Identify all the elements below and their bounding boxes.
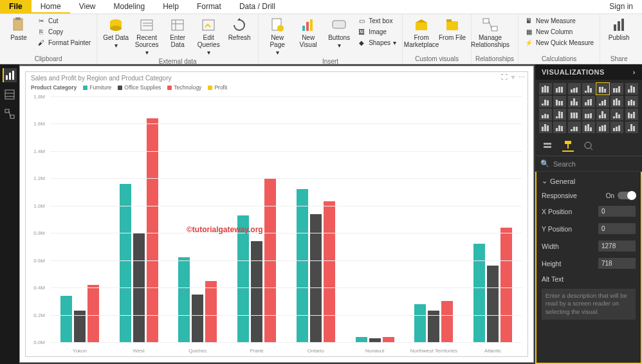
data-view-icon[interactable] [3, 87, 17, 102]
bar[interactable] [473, 244, 485, 342]
height-input[interactable] [598, 258, 636, 269]
svg-rect-98 [633, 112, 635, 118]
xpos-input[interactable] [598, 206, 636, 217]
ypos-input[interactable] [598, 223, 636, 234]
viz-type-cell[interactable] [625, 96, 638, 107]
model-view-icon[interactable] [3, 107, 17, 121]
data-drill-tab[interactable]: Data / Drill [230, 0, 284, 14]
bar[interactable] [441, 301, 453, 342]
bar[interactable] [356, 337, 367, 342]
bar[interactable] [205, 281, 217, 343]
image-button[interactable]: 🖼Image [355, 26, 398, 37]
textbox-button[interactable]: ▭Text box [355, 15, 398, 26]
responsive-toggle[interactable]: On [606, 192, 636, 199]
svg-rect-113 [604, 125, 606, 131]
shapes-button[interactable]: ◆Shapes ▾ [355, 37, 398, 48]
bar[interactable] [251, 241, 262, 342]
bar[interactable] [120, 184, 131, 342]
viz-type-cell[interactable] [539, 96, 552, 107]
new-visual-button[interactable]: New Visual [293, 15, 323, 50]
bar[interactable] [383, 337, 394, 342]
viz-type-cell[interactable] [568, 122, 581, 133]
bar[interactable] [487, 266, 499, 342]
bar[interactable] [178, 257, 190, 342]
y-tick: 1.6M [33, 121, 45, 127]
publish-button[interactable]: Publish [604, 15, 634, 42]
from-marketplace-button[interactable]: From Marketplace [407, 15, 436, 50]
bar[interactable] [147, 118, 158, 342]
panel-header[interactable]: VISUALIZATIONS › [535, 64, 642, 80]
report-canvas[interactable]: ⛶ ▿ ⋯ Sales and Profit by Region and Pro… [19, 66, 534, 363]
viz-type-cell[interactable] [610, 96, 623, 107]
new-column-button[interactable]: ▦New Column [522, 26, 596, 37]
bar[interactable] [192, 295, 203, 342]
edit-queries-button[interactable]: Edit Queries▾ [194, 15, 223, 57]
new-quick-measure-button[interactable]: ⚡New Quick Measure [522, 37, 596, 48]
home-tab[interactable]: Home [32, 0, 70, 14]
buttons-button[interactable]: Buttons▾ [324, 15, 354, 50]
alttext-input[interactable]: Enter a description that will be read by… [542, 289, 636, 320]
viz-type-cell[interactable] [625, 83, 638, 95]
view-tab[interactable]: View [70, 0, 105, 14]
sign-in-link[interactable]: Sign in [600, 0, 642, 14]
bar[interactable] [414, 304, 426, 342]
viz-type-cell[interactable] [568, 109, 581, 120]
more-icon[interactable]: ⋯ [518, 73, 525, 80]
viz-type-cell[interactable] [625, 122, 638, 133]
viz-type-cell[interactable] [582, 109, 595, 120]
viz-type-cell[interactable] [610, 109, 623, 120]
copy-button[interactable]: ⎘Copy [35, 26, 93, 37]
analytics-tab[interactable] [583, 140, 594, 152]
new-measure-button[interactable]: 🖩New Measure [522, 15, 596, 26]
search-row[interactable]: 🔍 Search [535, 156, 642, 172]
viz-type-cell[interactable] [568, 83, 581, 95]
viz-type-cell[interactable] [582, 122, 595, 133]
viz-type-cell[interactable] [582, 83, 595, 95]
cut-button[interactable]: ✂Cut [35, 15, 93, 26]
enter-data-button[interactable]: Enter Data [163, 15, 192, 50]
format-tab[interactable]: Format [188, 0, 230, 14]
viz-type-cell[interactable] [582, 96, 595, 107]
filter-icon[interactable]: ▿ [511, 73, 515, 80]
viz-type-cell[interactable] [596, 83, 609, 95]
viz-type-cell[interactable] [596, 122, 609, 133]
viz-type-cell[interactable] [553, 83, 566, 95]
chart-visual[interactable]: ⛶ ▿ ⋯ Sales and Profit by Region and Pro… [25, 71, 528, 357]
paste-button[interactable]: Paste [4, 15, 33, 42]
new-page-button[interactable]: New Page▾ [262, 15, 292, 57]
bar[interactable] [324, 201, 335, 342]
refresh-button[interactable]: Refresh [225, 15, 254, 42]
help-tab[interactable]: Help [154, 0, 188, 14]
file-tab[interactable]: File [0, 0, 32, 14]
general-section-head[interactable]: ⌄General [537, 174, 641, 188]
fields-tab[interactable] [542, 140, 553, 152]
viz-type-cell[interactable] [625, 109, 638, 120]
viz-type-cell[interactable] [596, 96, 609, 107]
format-tab-roller[interactable] [562, 140, 574, 152]
viz-type-cell[interactable] [539, 122, 552, 133]
from-file-button[interactable]: From File [437, 15, 467, 42]
viz-type-cell[interactable] [553, 122, 566, 133]
viz-type-cell[interactable] [539, 83, 552, 95]
format-painter-button[interactable]: 🖌Format Painter [35, 37, 93, 48]
manage-relationships-button[interactable]: Manage Relationships [475, 15, 505, 50]
get-data-button[interactable]: Get Data▾ [101, 15, 131, 50]
bar[interactable] [87, 285, 99, 342]
bar[interactable] [237, 215, 249, 342]
viz-type-cell[interactable] [568, 96, 581, 107]
bar[interactable] [500, 228, 512, 342]
viz-type-cell[interactable] [553, 96, 566, 107]
width-input[interactable] [598, 241, 636, 251]
viz-type-cell[interactable] [596, 109, 609, 120]
focus-mode-icon[interactable]: ⛶ [501, 73, 508, 80]
x-label: Quebec [169, 348, 228, 354]
viz-type-cell[interactable] [553, 109, 566, 120]
viz-type-cell[interactable] [539, 109, 552, 120]
recent-sources-button[interactable]: Recent Sources▾ [132, 15, 161, 57]
bar[interactable] [60, 296, 72, 342]
viz-type-cell[interactable] [610, 83, 623, 95]
viz-type-cell[interactable] [610, 122, 623, 133]
bar[interactable] [297, 189, 308, 342]
modeling-tab[interactable]: Modeling [104, 0, 154, 14]
report-view-icon[interactable] [3, 68, 17, 82]
